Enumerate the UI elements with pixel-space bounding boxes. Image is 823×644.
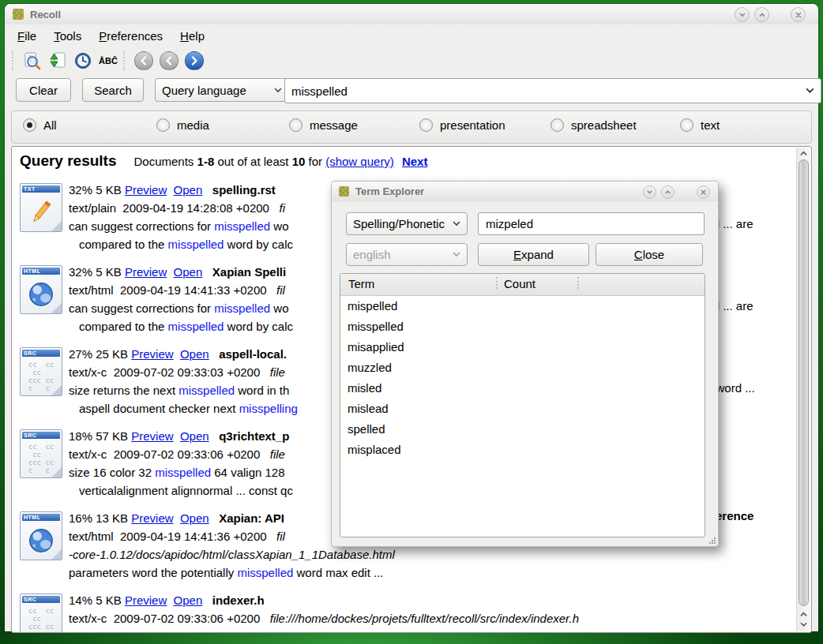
document-sheet: TXT <box>20 183 62 232</box>
src-file-icon: SRCcc cc cc ccc cc c c <box>20 347 62 396</box>
menu-item-file[interactable]: File <box>17 29 36 43</box>
minimize-button[interactable] <box>735 7 750 22</box>
highlighted-term: misspelled <box>214 301 270 315</box>
maximize-button[interactable] <box>754 7 769 22</box>
filter-label: All <box>43 118 57 132</box>
preview-link[interactable]: Preview <box>125 593 167 607</box>
recoll-app-icon <box>13 9 24 20</box>
term-input[interactable]: mizpeled <box>478 212 705 235</box>
open-link[interactable]: Open <box>174 265 203 279</box>
term-row[interactable]: misapplied <box>340 337 705 358</box>
filter-text[interactable]: text <box>680 118 720 132</box>
term-row[interactable]: misspelled <box>340 316 705 337</box>
scroll-up-button-bottom[interactable] <box>799 610 809 619</box>
results-scrollbar[interactable] <box>796 148 810 631</box>
filter-label: text <box>701 118 720 132</box>
close-button[interactable] <box>791 7 806 22</box>
dialog-close-button[interactable] <box>697 185 710 199</box>
category-filter-bar: Allmediamessagepresentationspreadsheette… <box>11 110 812 144</box>
html-file-icon: HTML <box>20 511 62 560</box>
term-row[interactable]: misled <box>340 378 705 399</box>
next-page-button[interactable] <box>185 51 204 70</box>
dialog-titlebar[interactable]: Term Explorer <box>332 182 718 201</box>
menu-item-tools[interactable]: Tools <box>54 29 81 43</box>
first-page-button[interactable] <box>134 51 153 70</box>
menu-item-help[interactable]: Help <box>180 29 205 43</box>
highlighted-term: misspelled <box>237 566 293 579</box>
filter-message[interactable]: message <box>289 118 358 132</box>
filter-all[interactable]: All <box>23 118 57 132</box>
highlighted-term: misspelled <box>155 466 211 479</box>
result-row: SRCcc cc cc ccc cc c c14% 5 KB Preview O… <box>20 591 798 633</box>
document-sheet: SRCcc cc cc ccc cc c c <box>20 347 62 396</box>
txt-file-icon: TXT <box>20 183 62 232</box>
chevron-up-icon <box>664 189 671 196</box>
dialog-minimize-button[interactable] <box>643 185 656 199</box>
sort-parameters-button[interactable] <box>45 50 70 72</box>
highlighted-term: misspelled <box>168 320 224 333</box>
open-link[interactable]: Open <box>180 511 209 525</box>
open-link[interactable]: Open <box>174 183 203 197</box>
language-dropdown[interactable]: english <box>346 243 468 266</box>
chevron-down-icon <box>806 88 814 94</box>
term-table-header[interactable]: Term Count <box>340 274 705 296</box>
term-row[interactable]: misplaced <box>340 440 705 460</box>
resize-grip[interactable] <box>708 537 716 545</box>
term-explorer-button[interactable]: ÅBĈ <box>96 50 121 72</box>
column-separator[interactable] <box>577 277 579 289</box>
column-count[interactable]: Count <box>504 277 536 290</box>
radio-icon[interactable] <box>23 118 36 132</box>
scroll-up-button[interactable] <box>799 149 809 158</box>
open-link[interactable]: Open <box>180 347 209 361</box>
scroll-down-button[interactable] <box>799 620 809 629</box>
open-link[interactable]: Open <box>174 593 203 607</box>
term-row[interactable]: mispelled <box>340 296 705 316</box>
radio-icon[interactable] <box>419 118 433 132</box>
term-row[interactable]: spelled <box>340 419 705 440</box>
expand-button[interactable]: Expand <box>478 243 589 266</box>
preview-link[interactable]: Preview <box>125 183 167 197</box>
filter-presentation[interactable]: presentation <box>419 118 505 132</box>
history-button[interactable] <box>70 50 96 72</box>
open-link[interactable]: Open <box>180 429 209 443</box>
term-explorer-dialog: Term Explorer Spelling/Phonetic mizpeled… <box>331 181 719 547</box>
chevron-down-icon <box>453 252 460 257</box>
query-language-dropdown[interactable]: Query language <box>155 78 289 102</box>
advanced-search-button[interactable] <box>20 50 45 72</box>
previous-page-button[interactable] <box>160 51 179 70</box>
filetype-badge: HTML <box>22 514 60 521</box>
dialog-close-action-button[interactable]: Close <box>596 243 703 266</box>
radio-icon[interactable] <box>680 118 693 132</box>
query-combobox[interactable]: misspelled <box>284 78 821 103</box>
preview-link[interactable]: Preview <box>131 347 173 361</box>
filter-label: media <box>177 118 209 132</box>
filter-spreadsheet[interactable]: spreadsheet <box>551 118 637 132</box>
preview-link[interactable]: Preview <box>131 429 173 443</box>
term-row[interactable]: muzzled <box>340 358 705 378</box>
next-link[interactable]: Next <box>402 155 428 168</box>
preview-link[interactable]: Preview <box>131 511 173 525</box>
filter-media[interactable]: media <box>156 118 209 132</box>
menu-item-preferences[interactable]: Preferences <box>99 29 163 43</box>
titlebar[interactable]: Recoll <box>5 4 818 24</box>
term-row[interactable]: mislead <box>340 399 705 419</box>
term-table-body: mispelledmisspelledmisappliedmuzzledmisl… <box>340 296 705 460</box>
radio-icon[interactable] <box>551 118 564 132</box>
search-button[interactable]: Search <box>82 78 144 102</box>
preview-link[interactable]: Preview <box>125 265 167 279</box>
radio-icon[interactable] <box>156 118 170 132</box>
scrollbar-thumb[interactable] <box>799 159 809 606</box>
column-term[interactable]: Term <box>348 277 374 290</box>
show-query-link[interactable]: (show query) <box>325 155 394 168</box>
filetype-badge: SRC <box>22 350 60 357</box>
clear-button[interactable]: Clear <box>16 78 71 102</box>
radio-icon[interactable] <box>289 118 303 132</box>
arrow-left-icon <box>164 56 174 66</box>
close-icon <box>700 189 707 196</box>
clock-icon <box>73 51 92 70</box>
dialog-maximize-button[interactable] <box>661 185 675 199</box>
expansion-mode-dropdown[interactable]: Spelling/Phonetic <box>346 212 468 235</box>
column-separator[interactable] <box>496 277 498 289</box>
filetype-badge: TXT <box>22 185 60 193</box>
globe-icon <box>26 279 56 309</box>
